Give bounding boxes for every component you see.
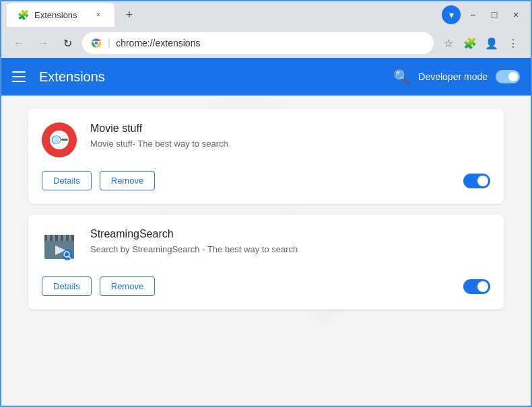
address-separator: | — [108, 37, 110, 49]
extensions-content: 🔍 🔍 Movie stuff Movie stuff- The best wa… — [1, 96, 531, 406]
close-button[interactable]: × — [506, 5, 525, 24]
extension-description: Search by StreamingSearch - The best way… — [90, 243, 490, 256]
back-button[interactable]: ← — [9, 34, 28, 52]
extension-name: StreamingSearch — [90, 228, 490, 240]
menu-line-3 — [12, 81, 26, 82]
browser-window: 🧩 Extensions × + ▾ − □ × ← → ↻ — [0, 0, 532, 407]
streaming-search-icon — [42, 228, 77, 263]
tab-close-icon[interactable]: × — [93, 9, 104, 20]
back-icon: ← — [13, 37, 24, 49]
card-content: 🔍 Movie stuff Movie stuff- The best way … — [42, 122, 490, 157]
extension-description: Movie stuff- The best way to search — [90, 137, 490, 151]
tab-favicon-icon: 🧩 — [18, 9, 29, 20]
address-text: chrome://extensions — [116, 38, 426, 48]
extensions-button[interactable]: 🧩 — [461, 34, 479, 52]
menu-line-2 — [12, 76, 26, 77]
hamburger-menu-button[interactable] — [12, 69, 28, 85]
svg-point-3 — [95, 42, 98, 45]
extension-toggle[interactable] — [463, 174, 490, 188]
extensions-page: Extensions 🔍 Developer mode 🔍 � — [1, 58, 531, 406]
svg-rect-10 — [63, 235, 66, 241]
bookmark-button[interactable]: ☆ — [439, 34, 458, 52]
card-footer: Details Remove — [42, 171, 490, 190]
tab-title: Extensions — [34, 10, 88, 20]
details-button[interactable]: Details — [42, 276, 92, 296]
title-bar: 🧩 Extensions × + ▾ − □ × — [1, 1, 531, 28]
remove-button[interactable]: Remove — [100, 276, 155, 296]
chrome-menu-button[interactable]: ⋮ — [504, 34, 523, 52]
svg-rect-9 — [58, 235, 61, 241]
forward-icon: → — [38, 37, 48, 49]
movie-icon-inner: 🔍 — [50, 131, 69, 149]
svg-rect-8 — [53, 235, 55, 241]
profile-button[interactable]: 👤 — [482, 34, 501, 52]
reload-icon: ↻ — [63, 37, 72, 50]
header-actions: 🔍 Developer mode — [393, 69, 520, 85]
details-button[interactable]: Details — [42, 171, 92, 190]
bookmark-icon: ☆ — [444, 37, 453, 50]
card-content: StreamingSearch Search by StreamingSearc… — [42, 228, 490, 263]
address-bar: ← → ↻ | chrome://extensions — [1, 28, 531, 58]
search-icon[interactable]: 🔍 — [393, 69, 410, 85]
reload-button[interactable]: ↻ — [58, 34, 77, 52]
extensions-header: Extensions 🔍 Developer mode — [1, 58, 531, 96]
new-tab-button[interactable]: + — [120, 5, 139, 24]
address-bar-actions: ☆ 🧩 👤 ⋮ — [439, 34, 523, 52]
extensions-icon: 🧩 — [463, 37, 477, 50]
minimize-button[interactable]: − — [463, 5, 482, 24]
search-icon: 🔍 — [48, 129, 69, 150]
profile-dropdown-button[interactable]: ▾ — [442, 5, 461, 24]
extension-info: StreamingSearch Search by StreamingSearc… — [90, 228, 490, 256]
page-title: Extensions — [39, 69, 383, 85]
extension-icon — [42, 228, 77, 263]
maximize-button[interactable]: □ — [485, 5, 504, 24]
svg-rect-7 — [47, 235, 50, 241]
profile-icon: 👤 — [485, 37, 498, 50]
profile-dropdown-icon: ▾ — [449, 9, 454, 20]
extension-card: 🔍 Movie stuff Movie stuff- The best way … — [28, 109, 504, 204]
forward-button[interactable]: → — [34, 34, 53, 52]
svg-rect-11 — [69, 235, 71, 241]
address-input[interactable]: | chrome://extensions — [82, 32, 434, 54]
developer-mode-toggle[interactable] — [496, 70, 520, 83]
extension-icon: 🔍 — [42, 122, 77, 157]
card-footer: Details Remove — [42, 276, 490, 296]
window-controls: ▾ − □ × — [442, 5, 525, 24]
extension-name: Movie stuff — [90, 122, 490, 135]
menu-line-1 — [12, 71, 26, 73]
developer-mode-label: Developer mode — [418, 71, 488, 82]
remove-button[interactable]: Remove — [100, 171, 155, 190]
chrome-menu-icon: ⋮ — [508, 37, 519, 50]
extension-toggle[interactable] — [463, 279, 490, 294]
chrome-logo-icon — [90, 37, 102, 49]
extension-card: StreamingSearch Search by StreamingSearc… — [28, 215, 504, 309]
extension-info: Movie stuff Movie stuff- The best way to… — [90, 122, 490, 151]
browser-tab[interactable]: 🧩 Extensions × — [7, 3, 114, 27]
